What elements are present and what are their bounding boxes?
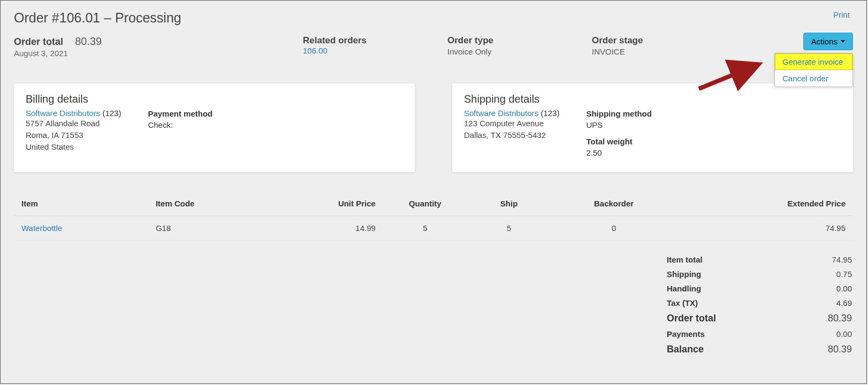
actions-dropdown: Generate invoice Cancel order: [774, 53, 853, 87]
balance-value: 80.39: [828, 344, 852, 355]
summary-order-total: Order total 80.39 August 3, 2021: [14, 35, 281, 67]
shipping-method-value: UPS: [586, 120, 651, 129]
billing-line3: United States: [26, 141, 121, 153]
shipping-line2: Dallas, TX 75555-5432: [464, 129, 559, 141]
billing-company-code: (123): [102, 109, 121, 118]
item-link[interactable]: Waterbottle: [21, 224, 62, 233]
payment-method-value: Check:: [148, 120, 212, 129]
col-ext: Extended Price: [677, 194, 853, 216]
col-item: Item: [14, 194, 148, 216]
action-generate-invoice[interactable]: Generate invoice: [775, 53, 852, 70]
shipping-method-label: Shipping method: [586, 109, 651, 118]
items-header-row: Item Item Code Unit Price Quantity Ship …: [14, 194, 853, 216]
item-code: G18: [148, 216, 266, 241]
action-cancel-order[interactable]: Cancel order: [775, 70, 852, 87]
shipping-company-link[interactable]: Software Distributors: [464, 109, 538, 118]
print-link[interactable]: Print: [833, 10, 850, 19]
billing-company-link[interactable]: Software Distributors: [26, 109, 100, 118]
item-qty: 5: [383, 216, 467, 241]
table-row: Waterbottle G18 14.99 5 5 0 74.95: [14, 216, 853, 241]
shipping-company-code: (123): [540, 109, 559, 118]
item-ship: 5: [467, 216, 551, 241]
shipping-line1: 123 Computer Avenue: [464, 118, 559, 129]
col-ship: Ship: [467, 194, 551, 216]
tax-label: Tax (TX): [667, 298, 698, 307]
related-order-link[interactable]: 106.00: [303, 46, 426, 55]
order-stage-value: INVOICE: [592, 47, 715, 56]
handling-label: Handling: [667, 284, 701, 293]
col-unit: Unit Price: [265, 194, 383, 216]
order-total-value: 80.39: [75, 35, 102, 47]
shipping-total-value: 0.75: [836, 270, 852, 279]
order-type-label: Order type: [447, 35, 570, 46]
summary-type: Order type Invoice Only: [447, 35, 570, 67]
caret-down-icon: [841, 40, 845, 43]
billing-line1: 5757 Allandale Road: [26, 118, 121, 129]
item-total-label: Item total: [667, 255, 703, 264]
items-table: Item Item Code Unit Price Quantity Ship …: [14, 194, 853, 241]
totals-panel: Item total74.95 Shipping0.75 Handling0.0…: [666, 252, 853, 358]
total-weight-value: 2.50: [586, 148, 651, 157]
tax-value: 4.69: [836, 298, 852, 307]
item-ext: 74.95: [677, 216, 853, 241]
total-weight-label: Total weight: [586, 137, 651, 146]
handling-value: 0.00: [836, 284, 852, 293]
balance-label: Balance: [667, 344, 704, 355]
order-total-value-b: 80.39: [828, 313, 852, 324]
billing-heading: Billing details: [26, 93, 121, 105]
order-total-label: Order total: [14, 36, 63, 47]
order-total-label-b: Order total: [667, 313, 716, 324]
order-type-value: Invoice Only: [447, 47, 570, 56]
shipping-card: Shipping details Software Distributors (…: [452, 83, 853, 172]
col-qty: Quantity: [383, 194, 467, 216]
payments-label: Payments: [667, 329, 705, 338]
item-total-value: 74.95: [832, 255, 852, 264]
summary-stage: Order stage INVOICE: [592, 35, 715, 67]
shipping-total-label: Shipping: [667, 270, 701, 279]
payments-value: 0.00: [836, 329, 852, 338]
billing-line2: Roma, IA 71553: [26, 129, 121, 141]
item-unit: 14.99: [265, 216, 383, 241]
summary-related: Related orders 106.00: [303, 35, 426, 67]
order-stage-label: Order stage: [592, 35, 715, 46]
billing-card: Billing details Software Distributors (1…: [14, 83, 415, 172]
related-orders-label: Related orders: [303, 35, 426, 46]
actions-button-label: Actions: [811, 37, 837, 46]
item-back: 0: [551, 216, 677, 241]
actions-button[interactable]: Actions: [803, 33, 853, 50]
page-title: Order #106.01 – Processing: [14, 10, 853, 26]
col-code: Item Code: [148, 194, 266, 216]
payment-method-label: Payment method: [148, 109, 212, 118]
shipping-heading: Shipping details: [464, 93, 559, 105]
col-back: Backorder: [551, 194, 677, 216]
order-date: August 3, 2021: [14, 49, 281, 58]
